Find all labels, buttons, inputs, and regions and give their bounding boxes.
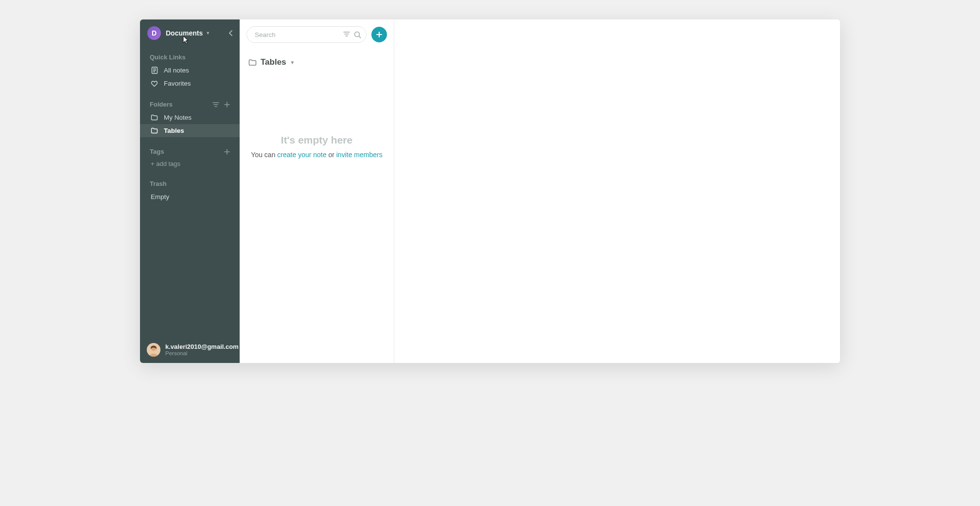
add-tag-icon[interactable] [224,149,230,155]
sidebar-item-label: All notes [164,67,189,74]
folder-breadcrumb-label: Tables [261,57,286,67]
collapse-sidebar-button[interactable] [228,30,234,36]
heart-icon [151,80,158,87]
tags-header: Tags [140,144,240,158]
workspace-avatar: D [147,26,161,40]
folder-icon [151,114,158,121]
empty-state-subtext: You can create your note or invite membe… [251,151,382,159]
empty-state: It's empty here You can create your note… [240,71,394,363]
sidebar-item-label: Favorites [164,80,191,87]
empty-state-title: It's empty here [281,134,352,146]
workspace-switcher[interactable]: D Documents ▼ [140,19,240,47]
notes-list-panel: Tables ▼ It's empty here You can create … [240,19,394,363]
folder-icon [248,59,257,66]
sidebar-item-favorites[interactable]: Favorites [140,77,240,90]
workspace-title: Documents ▼ [166,29,223,37]
add-tags-button[interactable]: + add tags [140,158,240,169]
user-info: k.valeri2010@gmail.com ▼ Personal [165,343,245,357]
sidebar-item-label: Tables [164,127,184,134]
folder-icon [151,127,158,134]
search-icon[interactable] [354,31,361,38]
add-folder-icon[interactable] [224,102,230,108]
svg-line-17 [359,36,361,38]
sidebar-item-all-notes[interactable]: All notes [140,64,240,77]
search-input[interactable] [255,31,339,38]
user-menu[interactable]: k.valeri2010@gmail.com ▼ Personal [140,338,240,363]
filter-icon[interactable] [343,31,350,38]
chevron-down-icon: ▼ [290,60,295,65]
quick-links-header: Quick Links [140,50,240,64]
folders-header: Folders [140,97,240,111]
sidebar-item-label: My Notes [164,114,192,121]
invite-members-link[interactable]: invite members [336,151,383,159]
sidebar-folder-tables[interactable]: Tables [140,124,240,137]
user-email: k.valeri2010@gmail.com [165,343,239,351]
workspace-avatar-letter: D [152,29,157,37]
sidebar: D Documents ▼ Quick Links All notes [140,19,240,363]
note-editor-area [394,19,840,363]
chevron-down-icon: ▼ [206,31,210,36]
note-icon [151,67,158,74]
trash-header: Trash [140,176,240,190]
trash-empty-label: Empty [140,190,240,203]
search-box[interactable] [246,26,367,43]
sort-folders-icon[interactable] [212,102,219,108]
folder-breadcrumb[interactable]: Tables ▼ [240,49,394,71]
sidebar-folder-my-notes[interactable]: My Notes [140,111,240,124]
create-note-link[interactable]: create your note [277,151,326,159]
user-plan: Personal [165,350,245,357]
add-note-button[interactable] [371,27,387,42]
user-avatar [147,343,160,357]
